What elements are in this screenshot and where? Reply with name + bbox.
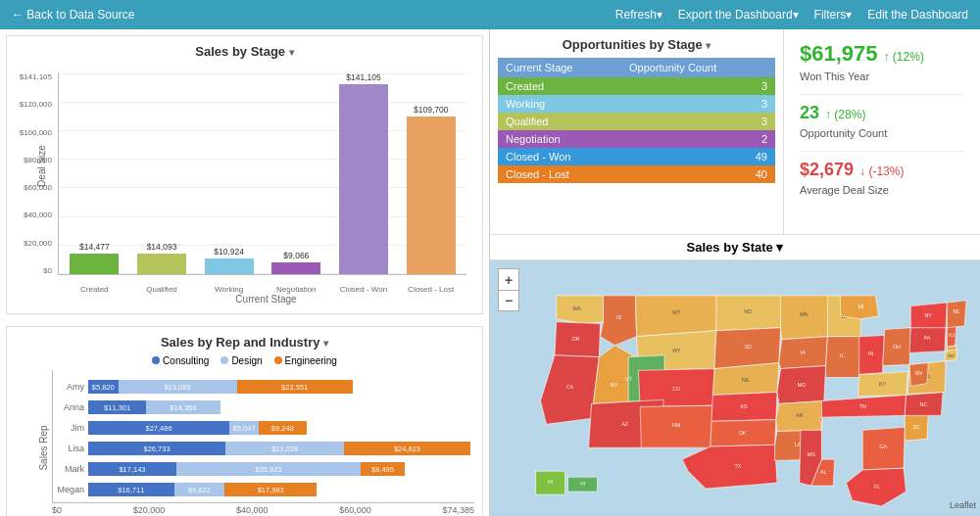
right-panel: Opportunities by Stage ▾ Current Stage O… [490,29,980,516]
opportunities-table-panel: Opportunities by Stage ▾ Current Stage O… [490,29,784,234]
opp-col1-header: Current Stage [498,58,621,77]
map-dropdown[interactable]: ▾ [776,240,783,255]
export-button[interactable]: Export the Dashboard▾ [678,8,799,22]
count-cell: 2 [621,130,775,148]
svg-text:UT: UT [625,376,633,382]
y-tick-label: $120,000 [20,100,52,109]
hbar-segment: $23,028 [225,442,344,455]
hbar-segment: $26,733 [88,442,225,455]
sales-by-stage-title: Sales by Stage ▾ [15,44,474,59]
bar-x-label: Closed - Won [340,285,387,294]
hbar-row: Megan$16,711$9,822$17,983 [53,481,470,498]
kpi-main-label: Won This Year [800,70,964,82]
svg-text:MN: MN [800,311,808,317]
back-button[interactable]: ← Back to Data Source [12,8,134,22]
svg-text:AZ: AZ [621,421,629,427]
svg-marker-11 [635,296,717,337]
legend-item: Engineering [274,355,337,366]
sales-by-stage-dropdown[interactable]: ▾ [289,47,294,58]
kpi-count-value: 23 [800,103,819,123]
hbar-segment: $9,248 [259,421,306,435]
kpi-avg-value: $2,679 [800,160,854,180]
count-cell: 40 [621,165,775,183]
bar-x-label: Qualified [146,285,177,294]
filters-button[interactable]: Filters▾ [814,8,853,22]
bar [339,84,388,274]
map-zoom-controls: + − [498,268,519,311]
bar-x-label: Negotiation [276,285,316,294]
hbar-segment: $22,551 [237,380,353,394]
svg-text:WY: WY [672,348,681,353]
svg-text:WV: WV [915,371,923,376]
count-cell: 3 [621,77,775,95]
hbar-segment: $16,711 [88,483,174,496]
svg-text:MO: MO [798,382,807,388]
stage-cell: Working [498,95,621,113]
svg-text:AL: AL [820,469,827,475]
svg-text:GA: GA [879,444,887,449]
svg-text:SC: SC [913,424,921,430]
svg-text:ND: ND [744,308,752,314]
hbar-segment: $24,623 [344,442,470,455]
hbar-x-label: $20,000 [133,505,166,515]
sales-by-rep-dropdown[interactable]: ▾ [323,338,328,349]
svg-text:CA: CA [566,384,574,390]
kpi-count-label: Opportunity Count [800,127,964,139]
hbar-segment: $27,486 [88,421,229,435]
edit-button[interactable]: Edit the Dashboard [867,8,968,22]
y-tick-label: $100,000 [20,128,52,137]
svg-text:KY: KY [879,381,887,387]
bar-value-label: $141,105 [346,72,380,82]
svg-text:IN: IN [868,351,873,356]
bar-value-label: $10,924 [214,247,244,257]
kpi-avg-change: ↓ (-13%) [859,164,904,178]
y-tick-label: $40,000 [24,211,52,219]
opps-dropdown[interactable]: ▾ [706,40,710,51]
svg-text:PA: PA [924,335,931,341]
map-container[interactable]: + − WA OR CA [490,260,980,512]
svg-text:WA: WA [572,305,581,311]
table-row: Created3 [498,77,775,95]
bar [70,254,119,274]
table-row: Closed - Lost40 [498,165,775,183]
bar [407,117,456,274]
kpi-count-change: ↑ (28%) [825,108,865,121]
svg-text:NE: NE [954,309,960,314]
hbar-row: Anna$11,301$14,368 [53,399,470,416]
hbar-segment: $14,368 [146,400,220,414]
svg-text:AK: AK [548,480,555,485]
map-attribution: Leaflet [950,500,976,510]
svg-marker-35 [781,296,829,340]
bar-value-label: $14,093 [147,242,177,252]
bar-value-label: $9,066 [283,251,309,260]
svg-text:NC: NC [920,401,928,407]
opp-col2-header: Opportunity Count [621,58,775,77]
bar-x-label: Created [80,285,108,294]
table-row: Qualified3 [498,113,775,130]
y-tick-label: $141,105 [20,72,52,81]
y-tick-label: $20,000 [24,239,52,248]
kpi-main-change: ↑ (12%) [884,50,924,64]
svg-text:NE: NE [742,377,750,383]
hbar-segment: $5,820 [88,380,119,394]
svg-text:NY: NY [925,312,933,318]
table-row: Closed - Won49 [498,148,775,165]
svg-text:TN: TN [859,403,866,409]
refresh-button[interactable]: Refresh▾ [615,8,662,22]
hbar-row: Lisa$26,733$23,028$24,623 [53,440,470,457]
svg-text:SD: SD [744,344,752,350]
count-cell: 3 [621,95,775,113]
svg-text:NJ: NJ [949,333,955,338]
rep-y-axis-label: Sales Rep [38,425,49,470]
stage-cell: Qualified [498,113,621,130]
bar-x-label: Closed - Lost [408,285,454,294]
zoom-out-button[interactable]: − [498,290,519,311]
zoom-in-button[interactable]: + [498,268,519,290]
hbar-segment: $8,495 [361,462,405,476]
svg-text:MD: MD [948,353,955,358]
svg-text:MT: MT [672,309,680,315]
svg-text:MI: MI [858,304,864,309]
left-panel: Sales by Stage ▾ Deal Size $14,477Create [0,29,490,516]
count-cell: 49 [621,148,775,165]
sales-by-rep-panel: Sales by Rep and Industry ▾ ConsultingDe… [6,326,483,516]
